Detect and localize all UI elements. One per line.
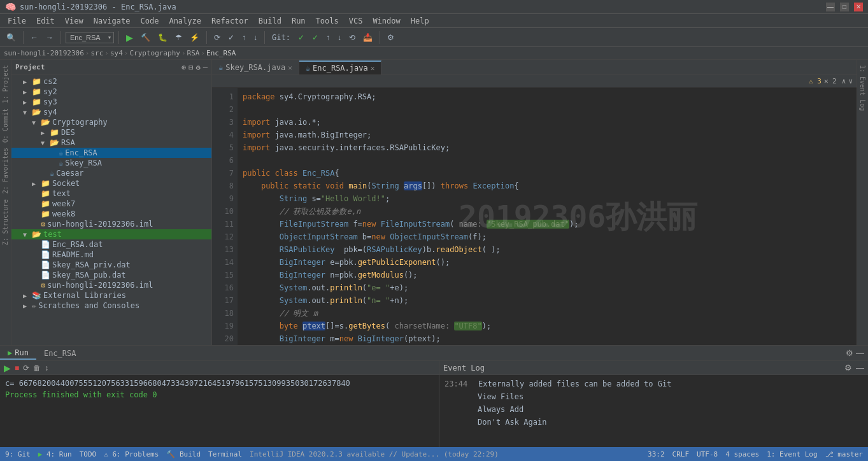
vcs-pull[interactable]: ↓ bbox=[251, 32, 260, 43]
tree-item-iml2[interactable]: ⚙ sun-hongli-20192306.iml bbox=[11, 280, 211, 290]
run-scroll-btn[interactable]: ↕ bbox=[45, 364, 48, 372]
tree-item-des[interactable]: ▶ 📁 DES bbox=[11, 127, 211, 138]
sidebar-icon-structure[interactable]: Z: Structure bbox=[1, 197, 10, 248]
tree-item-week8[interactable]: 📁 week8 bbox=[11, 209, 211, 219]
breadcrumb-encRSA[interactable]: Enc_RSA bbox=[206, 49, 236, 57]
sidebar-icon-project[interactable]: 1: Project bbox=[1, 62, 10, 106]
tree-item-rsa[interactable]: ▼ 📂 RSA bbox=[11, 138, 211, 148]
breadcrumb-sy4[interactable]: sy4 bbox=[110, 49, 123, 57]
menu-tools[interactable]: Tools bbox=[311, 15, 344, 27]
run-clear-btn[interactable]: 🗑 bbox=[33, 364, 41, 372]
gutter-down[interactable]: ∨ bbox=[848, 77, 853, 85]
status-charset[interactable]: UTF-8 bbox=[697, 450, 718, 458]
event-entry-always[interactable]: Always Add bbox=[445, 403, 863, 416]
status-run[interactable]: ▶ 4: Run bbox=[38, 450, 72, 458]
debug-button[interactable]: 🐛 bbox=[155, 32, 170, 43]
menu-refactor[interactable]: Refactor bbox=[206, 15, 253, 27]
menu-vcs[interactable]: VCS bbox=[344, 15, 368, 27]
menu-navigate[interactable]: Navigate bbox=[89, 15, 136, 27]
tab-enc-rsa-close[interactable]: ✕ bbox=[371, 64, 375, 73]
menu-file[interactable]: File bbox=[3, 15, 31, 27]
run-stop-btn[interactable]: ■ bbox=[15, 364, 19, 372]
status-branch[interactable]: ⎇ master bbox=[825, 450, 863, 458]
tree-item-pub-dat[interactable]: 📄 Skey_RSA_pub.dat bbox=[11, 270, 211, 280]
status-encoding[interactable]: CRLF bbox=[672, 450, 690, 458]
close-button[interactable]: ✕ bbox=[854, 3, 863, 11]
vcs-update[interactable]: ⟳ bbox=[211, 32, 223, 43]
tree-item-scratches[interactable]: ▶ ✏ Scratches and Consoles bbox=[11, 301, 211, 311]
run-rerun-btn[interactable]: ⟳ bbox=[23, 364, 29, 372]
tree-item-skey-rsa[interactable]: ☕ Skey_RSA bbox=[11, 158, 211, 168]
event-entry-dontask[interactable]: Don't Ask Again bbox=[445, 416, 863, 429]
menu-analyze[interactable]: Analyze bbox=[164, 15, 206, 27]
tree-item-priv-dat[interactable]: 📄 Skey_RSA_priv.dat bbox=[11, 260, 211, 270]
sidebar-add-icon[interactable]: ⊕ bbox=[181, 63, 186, 72]
menu-view[interactable]: View bbox=[60, 15, 89, 27]
event-settings-btn[interactable]: ⚙ bbox=[844, 363, 852, 372]
menu-edit[interactable]: Edit bbox=[31, 15, 60, 27]
tree-item-readme[interactable]: 📄 README.md bbox=[11, 250, 211, 260]
sidebar-collapse-icon[interactable]: ⊟ bbox=[189, 63, 193, 72]
status-indent[interactable]: 4 spaces bbox=[725, 450, 759, 458]
tree-item-enc-dat[interactable]: 📄 Enc_RSA.dat bbox=[11, 239, 211, 250]
event-entry-view[interactable]: View Files bbox=[445, 390, 863, 403]
menu-help[interactable]: Help bbox=[406, 15, 434, 27]
menu-window[interactable]: Window bbox=[367, 15, 405, 27]
status-event-log[interactable]: 1: Event Log bbox=[767, 450, 817, 458]
tree-item-enc-rsa[interactable]: ☕ Enc_RSA bbox=[11, 148, 211, 158]
sidebar-icon-commit[interactable]: 0: Commit bbox=[1, 106, 10, 145]
bottom-minimize-btn[interactable]: — bbox=[856, 348, 864, 358]
status-git[interactable]: 9: Git bbox=[5, 450, 31, 458]
sidebar-minus-icon[interactable]: — bbox=[203, 63, 208, 72]
tree-item-caesar[interactable]: ☕ Caesar bbox=[11, 168, 211, 178]
tree-item-socket[interactable]: ▶ 📁 Socket bbox=[11, 178, 211, 188]
status-todo[interactable]: TODO bbox=[80, 450, 97, 458]
sidebar-icon-favorites[interactable]: 2: Favorites bbox=[1, 145, 10, 196]
tree-item-sy4[interactable]: ▼ 📂 sy4 bbox=[11, 107, 211, 117]
right-icon-event-log[interactable]: 1: Event Log bbox=[858, 62, 867, 113]
breadcrumb-src[interactable]: src bbox=[90, 49, 103, 57]
breadcrumb-project[interactable]: sun-hongli-20192306 bbox=[4, 49, 84, 57]
maximize-button[interactable]: □ bbox=[840, 3, 849, 11]
tab-run-name[interactable]: Enc_RSA bbox=[36, 348, 84, 359]
tab-skey-rsa[interactable]: ☕ Skey_RSA.java ✕ bbox=[212, 60, 299, 74]
vcs-commit[interactable]: ✓ bbox=[225, 32, 237, 43]
tree-item-iml-sy4[interactable]: ⚙ sun-hongli-20192306.iml bbox=[11, 219, 211, 229]
git-pull2[interactable]: ↓ bbox=[335, 32, 344, 43]
bottom-settings-btn[interactable]: ⚙ bbox=[846, 348, 853, 358]
tree-item-cryptography[interactable]: ▼ 📂 Cryptography bbox=[11, 117, 211, 127]
git-history[interactable]: ⟲ bbox=[346, 32, 358, 43]
git-shelf[interactable]: 📥 bbox=[360, 32, 375, 43]
toolbar-forward[interactable]: → bbox=[43, 32, 56, 43]
sidebar-gear-icon[interactable]: ⚙ bbox=[196, 63, 201, 72]
tab-run[interactable]: ▶ Run bbox=[0, 347, 36, 360]
minimize-button[interactable]: — bbox=[826, 3, 835, 11]
run-play-btn[interactable]: ▶ bbox=[4, 363, 11, 373]
status-terminal[interactable]: Terminal bbox=[208, 450, 242, 458]
tree-item-ext-libs[interactable]: ▶ 📚 External Libraries bbox=[11, 290, 211, 301]
tree-item-test[interactable]: ▼ 📂 test bbox=[11, 229, 211, 239]
status-build[interactable]: 🔨 Build bbox=[166, 450, 201, 458]
profile-button[interactable]: ⚡ bbox=[187, 32, 202, 43]
code-content[interactable]: package sy4.Cryptography.RSA; import jav… bbox=[238, 88, 857, 345]
breadcrumb-rsa[interactable]: RSA bbox=[187, 49, 200, 57]
tab-skey-rsa-close[interactable]: ✕ bbox=[288, 64, 292, 72]
settings-button[interactable]: ⚙ bbox=[385, 32, 397, 43]
menu-build[interactable]: Build bbox=[253, 15, 287, 27]
status-problems[interactable]: ⚠ 6: Problems bbox=[104, 450, 159, 458]
breadcrumb-cryptography[interactable]: Cryptography bbox=[129, 49, 180, 57]
toolbar-back[interactable]: ← bbox=[28, 32, 41, 43]
vcs-push[interactable]: ↑ bbox=[239, 32, 248, 43]
event-close-btn[interactable]: — bbox=[856, 363, 864, 372]
tree-item-sy3[interactable]: ▶ 📁 sy3 bbox=[11, 97, 211, 107]
tab-enc-rsa[interactable]: ☕ Enc_RSA.java ✕ bbox=[299, 60, 382, 74]
build-button[interactable]: 🔨 bbox=[138, 32, 153, 43]
git-ok[interactable]: ✓ bbox=[309, 32, 321, 43]
tree-item-week7[interactable]: 📁 week7 bbox=[11, 199, 211, 209]
run-config-dropdown[interactable]: Enc_RSA bbox=[66, 32, 114, 43]
coverage-button[interactable]: ☂ bbox=[173, 32, 185, 43]
menu-code[interactable]: Code bbox=[136, 15, 164, 27]
tree-item-text[interactable]: 📁 text bbox=[11, 188, 211, 199]
tree-item-cs2[interactable]: ▶ 📁 cs2 bbox=[11, 76, 211, 87]
gutter-up[interactable]: ∧ bbox=[842, 77, 846, 85]
